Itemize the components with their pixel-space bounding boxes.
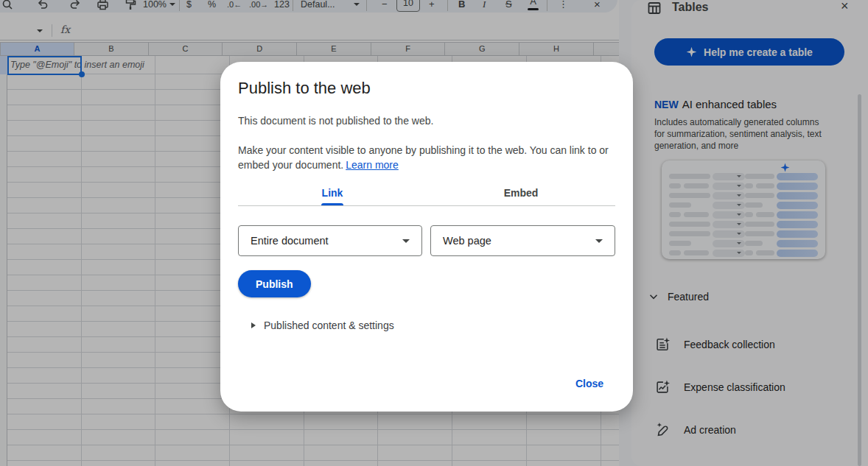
publish-to-web-dialog: Publish to the web This document is not … xyxy=(220,62,633,412)
dialog-title: Publish to the web xyxy=(238,78,615,99)
scope-value: Entire document xyxy=(251,235,329,247)
google-sheets-window: 100% $ % .0← .00→ 123 Defaul... − 10 + B… xyxy=(0,0,868,466)
chevron-down-icon xyxy=(595,239,603,243)
format-value: Web page xyxy=(443,235,491,247)
publish-description: Make your content visible to anyone by p… xyxy=(238,143,612,172)
publish-scope-dropdown[interactable]: Entire document xyxy=(238,225,422,256)
published-content-settings-toggle[interactable]: Published content & settings xyxy=(251,320,615,331)
close-dialog-button[interactable]: Close xyxy=(575,378,603,389)
chevron-down-icon xyxy=(402,239,410,243)
active-tab-indicator xyxy=(321,203,343,205)
publish-button[interactable]: Publish xyxy=(238,270,311,297)
tab-embed[interactable]: Embed xyxy=(427,180,615,205)
tab-link[interactable]: Link xyxy=(238,180,427,205)
publish-format-dropdown[interactable]: Web page xyxy=(430,225,615,256)
publish-status-text: This document is not published to the we… xyxy=(238,113,615,128)
publish-tabs: Link Embed xyxy=(238,180,615,206)
chevron-right-icon xyxy=(251,322,256,328)
learn-more-link[interactable]: Learn more xyxy=(346,159,399,171)
